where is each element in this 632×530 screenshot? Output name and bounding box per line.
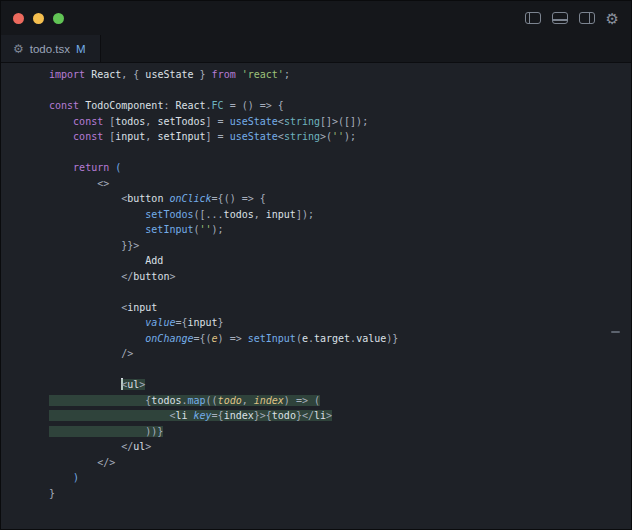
code-line[interactable]: ) [49, 470, 631, 486]
code-line[interactable]: const TodoComponent: React.FC = () => { [49, 98, 631, 114]
code-line[interactable]: </> [49, 455, 631, 471]
code-line[interactable]: </button> [49, 269, 631, 285]
code-line[interactable]: const [input, setInput] = useState<strin… [49, 129, 631, 145]
tab-todo-tsx[interactable]: ⚙ todo.tsx M [1, 35, 101, 62]
file-type-icon: ⚙ [13, 43, 24, 55]
code-lines: import React, { useState } from 'react';… [49, 67, 631, 501]
code-line[interactable]: /> [49, 346, 631, 362]
code-line[interactable]: }}> [49, 238, 631, 254]
code-line[interactable] [49, 83, 631, 99]
code-line[interactable]: <> [49, 176, 631, 192]
code-line[interactable]: <button onClick={() => { [49, 191, 631, 207]
code-line[interactable]: <ul> [49, 377, 631, 393]
left-dock-icon[interactable] [525, 12, 541, 24]
editor-window: ⚙ ⚙ todo.tsx M import React, { useState … [0, 0, 632, 530]
code-line[interactable]: {todos.map((todo, index) => ( [49, 393, 631, 409]
code-line[interactable] [49, 284, 631, 300]
zoom-button[interactable] [53, 13, 64, 24]
tab-filename: todo.tsx [30, 43, 70, 55]
right-dock-icon[interactable] [579, 12, 595, 24]
code-editor[interactable]: import React, { useState } from 'react';… [1, 63, 631, 529]
tab-bar: ⚙ todo.tsx M [1, 35, 631, 63]
code-line[interactable]: <input [49, 300, 631, 316]
code-line[interactable]: value={input} [49, 315, 631, 331]
close-button[interactable] [13, 13, 24, 24]
code-line[interactable]: Add [49, 253, 631, 269]
settings-gear-icon[interactable]: ⚙ [606, 11, 619, 26]
code-line[interactable]: ))} [49, 424, 631, 440]
code-line[interactable]: import React, { useState } from 'react'; [49, 67, 631, 83]
code-line[interactable]: setTodos([...todos, input]); [49, 207, 631, 223]
code-line[interactable]: return ( [49, 160, 631, 176]
git-status-badge: M [76, 43, 86, 55]
code-line[interactable] [49, 362, 631, 378]
code-line[interactable]: onChange={(e) => setInput(e.target.value… [49, 331, 631, 347]
titlebar[interactable]: ⚙ [1, 1, 631, 35]
code-line[interactable]: </ul> [49, 439, 631, 455]
minimize-button[interactable] [33, 13, 44, 24]
code-line[interactable] [49, 145, 631, 161]
titlebar-actions: ⚙ [525, 1, 619, 35]
code-line[interactable]: <li key={index}>{todo}</li> [49, 408, 631, 424]
code-line[interactable]: } [49, 486, 631, 502]
code-line[interactable]: const [todos, setTodos] = useState<strin… [49, 114, 631, 130]
bottom-dock-icon[interactable] [552, 12, 568, 24]
scrollbar-marker[interactable] [611, 331, 620, 333]
code-line[interactable]: setInput(''); [49, 222, 631, 238]
